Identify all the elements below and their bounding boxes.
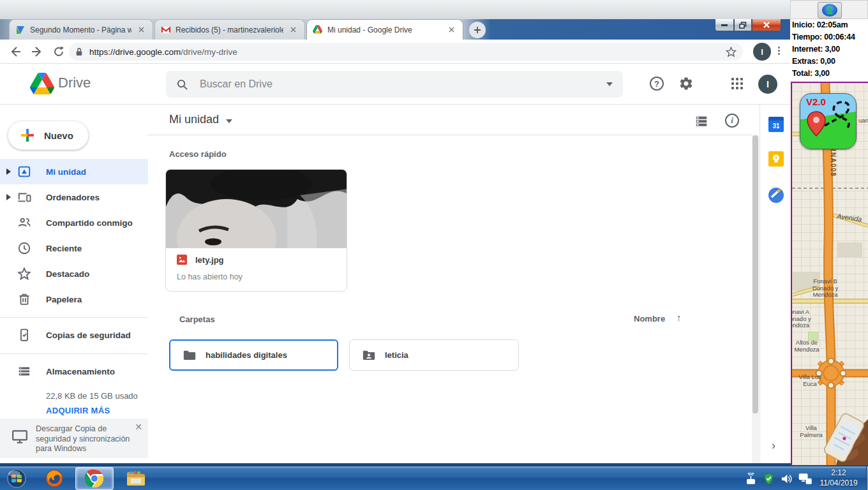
tray-clock[interactable]: 2:12 11/04/2019 xyxy=(814,468,863,488)
minimize-button[interactable] xyxy=(715,19,734,31)
backup-sync-promo[interactable]: Descargar Copia de seguridad y sincroniz… xyxy=(0,419,148,458)
sidebar-item-mi-unidad[interactable]: Mi unidad xyxy=(0,159,148,184)
backup-device-icon xyxy=(17,328,31,342)
sidebar-item-copias[interactable]: Copias de seguridad xyxy=(0,322,148,348)
window-controls xyxy=(715,19,781,31)
page-title[interactable]: Mi unidad xyxy=(169,113,219,126)
monitor-icon xyxy=(11,428,28,445)
browser-toolbar: https://drive.google.com/drive/my-drive … xyxy=(0,40,791,64)
close-window-button[interactable] xyxy=(752,19,781,31)
timer-start: Inicio: 02:05am xyxy=(792,20,867,33)
timer-toolbar xyxy=(790,0,868,19)
promo-close-icon[interactable]: ✕ xyxy=(135,422,142,432)
browser-menu-icon[interactable] xyxy=(778,45,780,56)
tab-title: Mi unidad - Google Drive xyxy=(327,26,442,34)
street-map[interactable]: RNA008 uan Industrial Avenida Fonavi B D… xyxy=(792,83,868,465)
close-icon[interactable] xyxy=(288,24,299,35)
tab-segundo-momento[interactable]: Segundo Momento - Página web xyxy=(9,19,153,40)
map-label: uan xyxy=(858,117,868,124)
google-apps-grid-icon[interactable] xyxy=(729,75,745,92)
close-icon[interactable] xyxy=(136,24,147,35)
folders-heading: Carpetas xyxy=(179,315,215,324)
folder-leticia[interactable]: leticia xyxy=(349,339,519,371)
search-input[interactable] xyxy=(198,78,606,91)
sort-ascending-icon[interactable]: ↑ xyxy=(677,312,682,323)
tab-google-drive[interactable]: Mi unidad - Google Drive xyxy=(306,19,463,40)
calendar-icon[interactable]: 31 xyxy=(768,117,784,132)
restore-button[interactable] xyxy=(734,19,752,31)
back-icon[interactable] xyxy=(9,45,22,58)
wireless-device-icon[interactable] xyxy=(745,473,757,485)
sidebar-item-ordenadores[interactable]: Ordenadores xyxy=(0,184,148,210)
explorer-taskbar-icon[interactable] xyxy=(121,467,151,490)
trash-icon xyxy=(17,292,31,306)
keep-icon[interactable] xyxy=(768,151,784,167)
new-button-label: Nuevo xyxy=(44,130,73,141)
security-shield-icon[interactable] xyxy=(763,473,775,485)
drive-search-bar[interactable] xyxy=(166,71,623,98)
browser-profile-avatar[interactable]: I xyxy=(753,43,771,61)
address-bar[interactable]: https://drive.google.com/drive/my-drive xyxy=(69,43,743,61)
sidebar-item-destacado[interactable]: Destacado xyxy=(0,261,148,286)
sidebar-item-reciente[interactable]: Reciente xyxy=(0,235,148,261)
sort-by-name[interactable]: Nombre xyxy=(634,314,665,323)
drive-account-avatar[interactable]: I xyxy=(758,75,777,94)
drive-logo xyxy=(30,73,54,94)
folder-habilidades-digitales[interactable]: habilidades digitales xyxy=(169,339,338,371)
tab-gmail-inbox[interactable]: Recibidos (5) - martinezvaleriolet xyxy=(154,19,305,40)
expand-panel-chevron-icon[interactable]: › xyxy=(772,439,775,452)
sidebar-item-compartido[interactable]: Compartido conmigo xyxy=(0,210,148,235)
storage-usage-text: 22,8 KB de 15 GB usado xyxy=(46,391,138,401)
page-scrollbar[interactable] xyxy=(752,135,759,466)
map-label: Fonavi B Donado y Mendoza xyxy=(807,278,843,299)
firefox-taskbar-icon[interactable] xyxy=(40,467,69,490)
scrollbar-thumb[interactable] xyxy=(752,135,758,413)
buy-more-link[interactable]: ADQUIRIR MÁS xyxy=(46,406,110,415)
map-overlay-window: RNA008 uan Industrial Avenida Fonavi B D… xyxy=(791,82,868,466)
storage-icon xyxy=(17,364,31,378)
google-side-panel: 31 › xyxy=(760,105,791,466)
bookmark-star-icon[interactable] xyxy=(726,47,737,57)
computers-icon xyxy=(17,190,31,204)
network-icon[interactable] xyxy=(798,473,812,485)
cyber-timer-widget: Inicio: 02:05am Tiempo: 00:06:44 Interne… xyxy=(790,0,868,82)
quick-access-label: Acceso rápido xyxy=(169,149,227,159)
title-caret-icon[interactable] xyxy=(226,119,232,123)
clock-icon xyxy=(17,241,31,255)
info-icon[interactable]: i xyxy=(725,114,739,128)
settings-gear-icon[interactable] xyxy=(678,75,694,92)
tasks-icon[interactable] xyxy=(768,188,784,203)
expand-arrow-icon[interactable] xyxy=(6,168,11,175)
start-button[interactable] xyxy=(4,467,29,490)
timer-elapsed: Tiempo: 00:06:44 xyxy=(792,33,867,45)
drive-icon xyxy=(313,25,323,35)
expand-arrow-icon[interactable] xyxy=(6,194,11,200)
person-icon xyxy=(822,4,837,17)
sidebar-item-papelera[interactable]: Papelera xyxy=(0,286,148,312)
volume-icon[interactable] xyxy=(781,473,793,485)
window-titlebar[interactable] xyxy=(0,0,791,19)
search-options-caret-icon[interactable] xyxy=(606,82,613,86)
help-icon[interactable]: ? xyxy=(648,75,665,92)
promo-text: Descargar Copia de seguridad y sincroniz… xyxy=(36,424,139,454)
file-card-lety[interactable]: lety.jpg Lo has abierto hoy xyxy=(165,169,347,292)
drive-main: Mi unidad i Acceso rápido xyxy=(148,105,752,466)
svg-text:31: 31 xyxy=(772,122,780,130)
close-icon[interactable] xyxy=(446,24,457,35)
list-view-icon[interactable] xyxy=(694,114,708,128)
star-icon xyxy=(17,267,31,281)
search-icon[interactable] xyxy=(176,78,188,91)
timer-total-cost: Total: 3,00 xyxy=(792,69,867,81)
user-session-button[interactable] xyxy=(818,2,842,19)
tray-time: 2:12 xyxy=(814,468,863,478)
chrome-taskbar-icon[interactable] xyxy=(75,467,114,490)
reload-icon[interactable] xyxy=(52,45,65,58)
sidebar-item-almacenamiento[interactable]: Almacenamiento xyxy=(0,359,148,384)
tab-title: Recibidos (5) - martinezvaleriolet xyxy=(176,26,283,34)
gps-app-icon: V2.0 xyxy=(800,93,857,149)
timer-internet-cost: Internet: 3,00 xyxy=(792,45,867,57)
divider xyxy=(0,317,148,318)
forward-icon[interactable] xyxy=(31,45,43,58)
new-tab-button[interactable] xyxy=(469,22,486,38)
new-button[interactable]: Nuevo xyxy=(8,121,89,150)
